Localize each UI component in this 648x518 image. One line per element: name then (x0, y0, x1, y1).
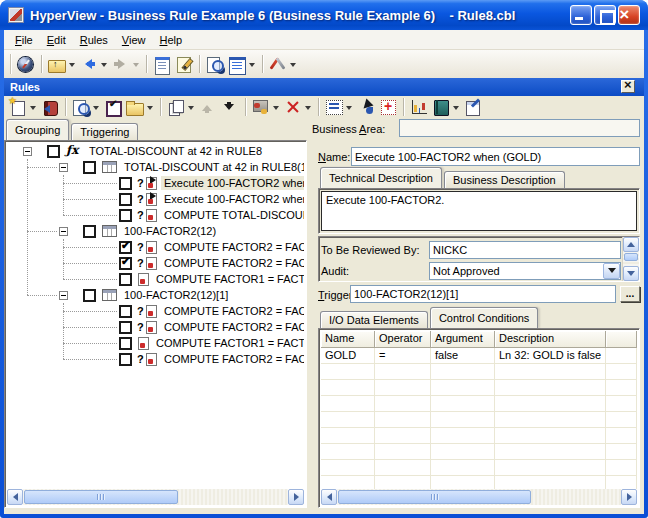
menu-help[interactable]: Help (153, 32, 190, 48)
dropdown-caret-icon[interactable] (69, 63, 75, 70)
tab-control-conditions[interactable]: Control Conditions (430, 307, 539, 328)
tree-scrollbar-track[interactable] (23, 489, 288, 505)
tab-technical-description[interactable]: Technical Description (320, 167, 442, 188)
tree-item[interactable]: ?COMPUTE FACTOR2 = FACTOR2 * 0.9 (7, 303, 304, 319)
app-icon[interactable] (8, 7, 24, 23)
tab-i-o-data-elements[interactable]: I/O Data Elements (320, 311, 428, 328)
tree-item[interactable]: COMPUTE FACTOR1 = FACTOR1 * 0.5 (7, 271, 304, 287)
tree-checkbox[interactable] (83, 225, 96, 238)
folder-up-button[interactable] (46, 53, 78, 75)
tools-button[interactable] (267, 53, 299, 75)
delete-from-book-button[interactable] (39, 96, 61, 118)
back-button[interactable] (78, 53, 110, 75)
table-scrollbar-thumb[interactable] (338, 490, 531, 504)
column-header-blank[interactable] (606, 331, 637, 348)
tree-scrollbar-right-button[interactable] (288, 489, 304, 505)
table-scrollbar-left-button[interactable] (321, 489, 337, 505)
tree-checkbox[interactable] (47, 145, 60, 158)
tree-item-label[interactable]: COMPUTE TOTAL-DISCOUNT = PART1 * (161, 208, 304, 222)
tab-grouping[interactable]: Grouping (6, 119, 69, 140)
dropdown-caret-icon[interactable] (453, 106, 459, 113)
tree-item[interactable]: ?Execute 100-FACTOR2 when (GOLD) (7, 175, 304, 191)
tree-item-label[interactable]: Execute 100-FACTOR2 when not(GOLD) (161, 192, 304, 206)
tree-item[interactable]: 100-FACTOR2(12)[1] (7, 287, 304, 303)
tree-item-label[interactable]: COMPUTE FACTOR1 = FACTOR1 * 0.9 (153, 336, 304, 350)
tree-checkbox[interactable] (119, 273, 132, 286)
close-button[interactable] (618, 5, 640, 25)
tree-checkbox[interactable] (119, 257, 132, 270)
tree-item[interactable]: ?COMPUTE FACTOR2 = FACTOR2 * 0.7 (7, 255, 304, 271)
move-up-button[interactable] (197, 96, 219, 118)
dropdown-caret-icon[interactable] (290, 63, 296, 70)
tree-item[interactable]: TOTAL-DISCOUNT at 42 in RULE8 (7, 143, 304, 159)
tree-item[interactable]: ?COMPUTE FACTOR2 = FACTOR2 * 0.95 (7, 351, 304, 367)
delete-button[interactable] (282, 96, 314, 118)
tree-item[interactable]: ?Execute 100-FACTOR2 when not(GOLD) (7, 191, 304, 207)
tree-horizontal-scrollbar[interactable] (7, 489, 304, 505)
tree-item-label[interactable]: COMPUTE FACTOR2 = FACTOR2 * 0.9 (161, 240, 304, 254)
chart-button[interactable] (408, 96, 430, 118)
column-header-argument[interactable]: Argument (431, 331, 495, 348)
maximize-button[interactable] (594, 5, 616, 25)
attributes-scroll-up-button[interactable] (623, 237, 639, 252)
dropdown-caret-icon[interactable] (249, 63, 255, 70)
collapse-minus-icon[interactable] (23, 147, 32, 156)
table-scrollbar-track[interactable] (337, 489, 621, 505)
folder-button[interactable] (124, 96, 156, 118)
triggers-input[interactable] (350, 285, 616, 303)
dropdown-arrow-icon[interactable] (603, 263, 620, 279)
dropdown-caret-icon[interactable] (133, 63, 139, 70)
dropdown-caret-icon[interactable] (30, 106, 36, 113)
name-input[interactable] (351, 147, 640, 166)
minimize-button[interactable] (570, 5, 592, 25)
tree-item[interactable]: ?COMPUTE FACTOR2 = FACTOR2 * 0.9 (7, 239, 304, 255)
tree-checkbox[interactable] (83, 289, 96, 302)
tree-item-label[interactable]: TOTAL-DISCOUNT at 42 in RULE8(12) (121, 160, 304, 174)
column-header-name[interactable]: Name (321, 331, 375, 348)
hyperview-home-button[interactable] (15, 53, 37, 75)
tree-checkbox[interactable] (119, 241, 132, 254)
tree-item-label[interactable]: COMPUTE FACTOR1 = FACTOR1 * 0.5 (153, 272, 304, 286)
column-header-operator[interactable]: Operator (375, 331, 431, 348)
tree-item[interactable]: ?COMPUTE FACTOR2 = FACTOR2 * 0.7 (7, 319, 304, 335)
grid-view-button[interactable] (323, 96, 355, 118)
tree-item-label[interactable]: COMPUTE FACTOR2 = FACTOR2 * 0.7 (161, 256, 304, 270)
tree-checkbox[interactable] (119, 353, 132, 366)
dropdown-caret-icon[interactable] (147, 106, 153, 113)
menu-view[interactable]: View (115, 32, 153, 48)
attributes-scroll-down-button[interactable] (623, 266, 639, 281)
column-header-description[interactable]: Description (495, 331, 606, 348)
rule-properties-button[interactable] (462, 96, 484, 118)
copy-rules-button[interactable] (165, 96, 197, 118)
rules-panel-close-button[interactable] (621, 80, 635, 93)
table-row[interactable]: GOLD=falseLn 32: GOLD is false (321, 348, 637, 364)
tree-item[interactable]: ?COMPUTE TOTAL-DISCOUNT = PART1 * (7, 207, 304, 223)
search-rules-button[interactable] (70, 96, 102, 118)
properties-button[interactable] (151, 53, 173, 75)
move-down-button[interactable] (219, 96, 241, 118)
menu-rules[interactable]: Rules (73, 32, 115, 48)
tree-checkbox[interactable] (119, 337, 132, 350)
attributes-scrollbar-track[interactable] (623, 252, 639, 266)
dropdown-caret-icon[interactable] (273, 106, 279, 113)
report-button[interactable] (430, 96, 462, 118)
audit-select[interactable]: Not Approved (429, 262, 621, 280)
forward-button[interactable] (110, 53, 142, 75)
collapse-minus-icon[interactable] (59, 227, 68, 236)
tree-scrollbar-thumb[interactable] (24, 490, 178, 504)
tab-business-description[interactable]: Business Description (444, 171, 565, 188)
dropdown-caret-icon[interactable] (305, 106, 311, 113)
view-list-button[interactable] (226, 53, 258, 75)
table-horizontal-scrollbar[interactable] (321, 489, 637, 505)
table-scrollbar-right-button[interactable] (621, 489, 637, 505)
tree-checkbox[interactable] (119, 177, 132, 190)
autodetect-button[interactable] (250, 96, 282, 118)
to-be-reviewed-by-input[interactable] (429, 241, 621, 259)
attributes-scrollbar[interactable] (622, 237, 639, 281)
tab-triggering[interactable]: Triggering (71, 123, 138, 140)
tree-checkbox[interactable] (119, 193, 132, 206)
new-rule-button[interactable] (7, 96, 39, 118)
pen-button[interactable] (355, 96, 377, 118)
triggers-browse-button[interactable]: ... (620, 286, 640, 302)
tree-item-label[interactable]: Execute 100-FACTOR2 when (GOLD) (161, 176, 304, 190)
